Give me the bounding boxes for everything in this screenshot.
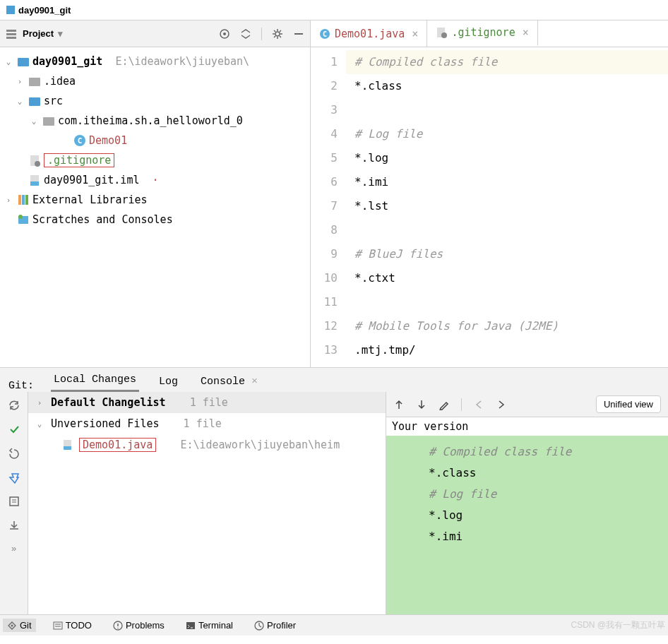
changelist-icon[interactable]	[8, 495, 20, 508]
diff-viewer: Unified view Your version # Compiled cla…	[386, 392, 668, 614]
line-gutter: 12345678910111213	[311, 47, 346, 367]
editor-panel: CDemo01.java× .gitignore× 12345678910111…	[311, 20, 668, 367]
diff-icon[interactable]	[8, 471, 20, 484]
window-title: day0901_git	[18, 5, 71, 16]
svg-rect-27	[10, 497, 18, 506]
svg-rect-2	[6, 33, 16, 35]
bottom-terminal[interactable]: Terminal	[181, 619, 237, 632]
rollback-icon[interactable]	[8, 447, 20, 460]
svg-rect-19	[22, 195, 25, 205]
git-tabs: Git: Local Changes Log Console ×	[0, 368, 668, 392]
bottom-problems[interactable]: Problems	[109, 619, 169, 632]
svg-rect-31	[54, 622, 62, 629]
svg-point-22	[18, 215, 23, 219]
svg-point-6	[275, 32, 280, 36]
tree-gitignore[interactable]: .gitignore	[0, 150, 310, 170]
svg-rect-20	[25, 195, 28, 205]
editor-tabs: CDemo01.java× .gitignore×	[311, 20, 668, 47]
watermark: CSDN @我有一颗五叶草	[571, 619, 665, 631]
svg-rect-11	[43, 117, 54, 126]
tree-root[interactable]: ⌄day0901_git E:\ideawork\jiuyeban\	[0, 52, 310, 71]
svg-rect-17	[30, 181, 39, 186]
diff-toolbar: Unified view	[386, 392, 668, 417]
tab-demo01[interactable]: CDemo01.java×	[311, 20, 427, 47]
back-icon[interactable]	[473, 399, 484, 410]
bottom-profiler[interactable]: Profiler	[250, 619, 300, 632]
expand-icon[interactable]: »	[11, 543, 16, 554]
close-icon[interactable]: ×	[523, 26, 529, 39]
tree-demo01[interactable]: CDemo01	[0, 131, 310, 150]
status-bar: Git TODO Problems Terminal Profiler CSDN…	[0, 614, 668, 636]
your-version-label: Your version	[386, 417, 668, 436]
project-view-icon	[6, 28, 17, 40]
project-tool-window: Project ▾ ⌄day0901_git E:\ideawork\jiuye…	[0, 20, 311, 367]
svg-rect-18	[18, 195, 21, 205]
changes-tree[interactable]: ›Default Changelist 1 file ⌄Unversioned …	[28, 392, 386, 614]
git-tab-local-changes[interactable]: Local Changes	[51, 369, 139, 392]
gear-icon[interactable]	[272, 28, 283, 40]
svg-point-15	[35, 161, 40, 167]
git-tab-log[interactable]: Log	[156, 371, 181, 392]
refresh-icon[interactable]	[8, 399, 20, 412]
tree-idea[interactable]: ›.idea	[0, 71, 310, 91]
locate-icon[interactable]	[219, 28, 230, 40]
project-header: Project ▾	[0, 20, 310, 47]
bottom-todo[interactable]: TODO	[49, 619, 96, 632]
arrow-down-icon[interactable]	[416, 399, 427, 410]
expand-icon[interactable]	[240, 28, 251, 40]
git-side-toolbar: »	[0, 392, 28, 614]
window-title-bar: day0901_git	[0, 0, 668, 20]
tree-scratches[interactable]: Scratches and Consoles	[0, 210, 310, 229]
svg-rect-7	[294, 33, 303, 35]
tree-src[interactable]: ⌄src	[0, 91, 310, 111]
svg-rect-8	[18, 58, 29, 66]
commit-icon[interactable]	[8, 423, 20, 436]
unified-view-button[interactable]: Unified view	[596, 395, 661, 413]
svg-text:C: C	[323, 30, 327, 38]
git-label: Git:	[8, 380, 34, 392]
diff-content[interactable]: # Compiled class file *.class # Log file…	[386, 436, 668, 614]
svg-text:C: C	[78, 136, 83, 145]
svg-point-30	[11, 624, 13, 626]
project-tree[interactable]: ⌄day0901_git E:\ideawork\jiuyeban\ ›.ide…	[0, 47, 310, 367]
project-icon	[6, 5, 16, 15]
bottom-git[interactable]: Git	[3, 619, 36, 632]
svg-point-26	[441, 32, 447, 38]
forward-icon[interactable]	[496, 399, 507, 410]
unversioned-row[interactable]: ⌄Unversioned Files 1 file	[28, 413, 386, 434]
edit-icon[interactable]	[439, 399, 450, 410]
git-tab-console[interactable]: Console ×	[198, 371, 261, 392]
svg-rect-29	[64, 446, 71, 450]
default-changelist-row[interactable]: ›Default Changelist 1 file	[28, 392, 386, 413]
svg-rect-3	[6, 37, 16, 39]
close-icon[interactable]: ×	[412, 28, 418, 40]
svg-rect-0	[6, 6, 15, 14]
svg-rect-9	[29, 78, 40, 86]
svg-rect-1	[6, 30, 16, 32]
project-label[interactable]: Project ▾	[23, 28, 63, 39]
code-content[interactable]: # Compiled class file *.class # Log file…	[346, 47, 668, 367]
git-tool-window: Git: Local Changes Log Console × » ›Defa…	[0, 367, 668, 614]
svg-point-5	[223, 32, 226, 35]
unversioned-file-row[interactable]: Demo01.java E:\ideawork\jiuyeban\heim	[28, 434, 386, 455]
tree-package[interactable]: ⌄com.itheima.sh.a_helloworld_0	[0, 111, 310, 131]
arrow-up-icon[interactable]	[393, 399, 405, 410]
tree-external-libs[interactable]: ›External Libraries	[0, 190, 310, 210]
tree-iml[interactable]: day0901_git.iml ·	[0, 170, 310, 190]
shelve-icon[interactable]	[8, 519, 20, 532]
svg-rect-10	[29, 97, 40, 106]
minimize-icon[interactable]	[293, 28, 304, 40]
close-icon: ×	[251, 376, 258, 388]
tab-gitignore[interactable]: .gitignore×	[427, 20, 537, 47]
code-editor[interactable]: 12345678910111213 # Compiled class file …	[311, 47, 668, 367]
